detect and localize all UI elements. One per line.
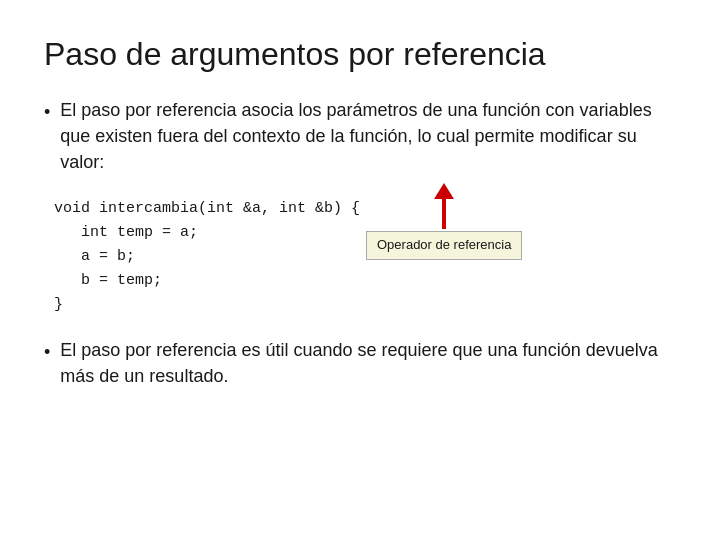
bullet-section-1: • El paso por referencia asocia los pará… [44, 97, 676, 175]
bullet-dot-1: • [44, 99, 50, 125]
annotation-label: Operador de referencia [366, 231, 522, 260]
code-line-1: void intercambia(int &a, int &b) { [54, 197, 676, 221]
bullet-item-1: • El paso por referencia asocia los pará… [44, 97, 676, 175]
bullet-item-2: • El paso por referencia es útil cuando … [44, 337, 676, 389]
slide: Paso de argumentos por referencia • El p… [0, 0, 720, 540]
bullet-text-1: El paso por referencia asocia los paráme… [60, 97, 676, 175]
code-line-4: b = temp; [54, 269, 676, 293]
bullet-text-2-content: El paso por referencia es útil cuando se… [60, 340, 657, 386]
slide-title: Paso de argumentos por referencia [44, 36, 676, 73]
annotation-container: Operador de referencia [366, 183, 522, 260]
bullet-dot-2: • [44, 339, 50, 365]
annotation-arrowhead [434, 183, 454, 199]
bullet-text-2: El paso por referencia es útil cuando se… [60, 337, 676, 389]
annotation-arrow-body [442, 199, 446, 229]
code-block: void intercambia(int &a, int &b) { int t… [54, 197, 676, 317]
code-line-5: } [54, 293, 676, 317]
bullet-section-2: • El paso por referencia es útil cuando … [44, 337, 676, 389]
code-line-2: int temp = a; [54, 221, 676, 245]
code-line-3: a = b; [54, 245, 676, 269]
